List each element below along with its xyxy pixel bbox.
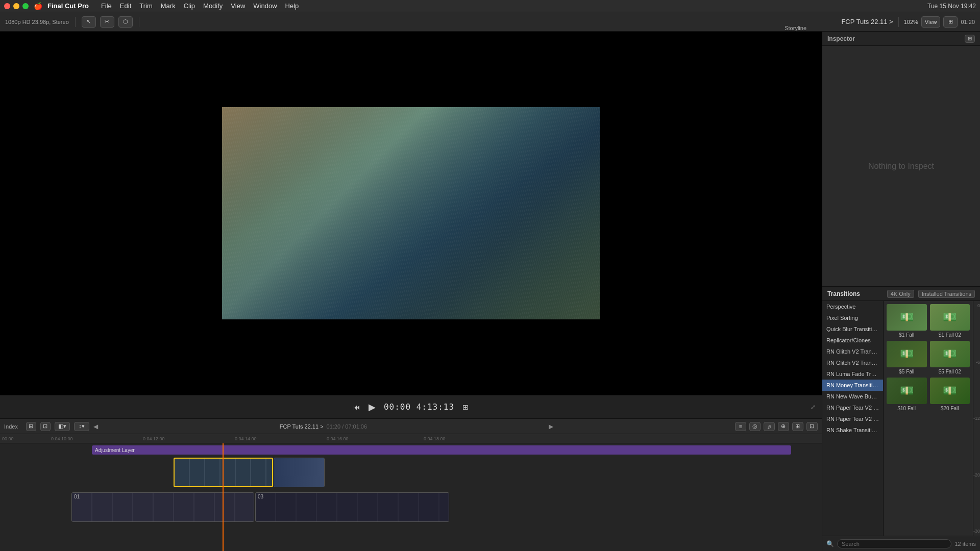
playhead[interactable] <box>223 443 224 551</box>
filter-4k-button[interactable]: 4K Only <box>887 290 914 298</box>
scale-neg6: -6 <box>973 360 980 365</box>
close-button[interactable] <box>4 3 10 9</box>
loop-button[interactable]: ⊞ <box>462 403 469 411</box>
menu-edit[interactable]: Edit <box>120 2 131 10</box>
trans-item-rn-new-wave[interactable]: RN New Wave Bundle <box>822 391 883 402</box>
timeline-appearance[interactable]: ◧▾ <box>55 422 70 431</box>
trans-item-rn-luma[interactable]: RN Luma Fade Transitions <box>822 368 883 380</box>
transitions-footer: 🔍 12 items <box>822 536 980 551</box>
search-input[interactable] <box>837 539 951 548</box>
menu-mark[interactable]: Mark <box>161 2 176 10</box>
main-layout: ⏮ ▶ 00:00 4:13:13 ⊞ ⤢ Index ⊞ ⊡ ◧▾ ↕▾ ◀ … <box>0 32 980 551</box>
menu-help[interactable]: Help <box>285 2 299 10</box>
menu-modify[interactable]: Modify <box>203 2 223 10</box>
tool-select[interactable]: ↖ <box>82 16 96 28</box>
timeline-next-marker[interactable]: ▶ <box>549 423 553 430</box>
adjustment-layer-clip[interactable]: Adjustment Layer <box>92 445 791 455</box>
adjustment-layer-label: Adjustment Layer <box>95 447 135 453</box>
toolbar: 1080p HD 23.98p, Stereo ↖ ✂ ⬡ FCP Tuts 2… <box>0 12 980 32</box>
dollar-icon-2: 💵 <box>943 311 957 324</box>
minimize-button[interactable] <box>13 3 19 9</box>
timeline-ruler: 00:00 0:04:10:00 0:04:12:00 0:04:14:00 0… <box>0 434 822 443</box>
video-rain-effect <box>222 107 600 319</box>
search-icon: 🔍 <box>826 540 834 547</box>
items-count: 12 items <box>954 541 976 547</box>
trans-item-rn-glitch[interactable]: RN Glitch V2 Transitions <box>822 357 883 368</box>
menu-file[interactable]: File <box>101 2 112 10</box>
timecode-prefix: 00:00 <box>384 402 411 412</box>
app-name[interactable]: Final Cut Pro <box>47 2 89 10</box>
inspector-title-bar: Inspector ⊞ <box>822 32 980 46</box>
transitions-list: Perspective Pixel Sorting Quick Blur Tra… <box>822 301 884 536</box>
ruler-mark-5: 0:04:18:00 <box>424 436 446 441</box>
trans-thumb-20-fall[interactable]: 💵 $20 Fall <box>930 378 970 411</box>
timeline-zoom-fit[interactable]: ⊡ <box>40 422 51 431</box>
track-row-2: 01 03 <box>0 492 822 523</box>
menu-view[interactable]: View <box>231 2 245 10</box>
clip-03-main[interactable]: 01 <box>71 492 254 522</box>
timeline-audio-lanes[interactable]: ≡ <box>735 422 746 431</box>
fullscreen-toggle[interactable]: ⤢ <box>811 404 816 411</box>
ruler-mark-0: 00:00 <box>2 436 14 441</box>
timeline-role-btn[interactable]: ↕▾ <box>74 422 89 431</box>
play-button[interactable]: ▶ <box>369 402 376 413</box>
toolbar-sep-2 <box>139 17 139 27</box>
scale-neg30: -30 <box>973 529 980 534</box>
clip-04-label: 03 <box>258 494 263 499</box>
project-name[interactable]: FCP Tuts 22.11 > <box>841 18 893 26</box>
trans-item-rn-paper-1[interactable]: RN Paper Tear V2 Transiti... <box>822 402 883 413</box>
inspector-toggle[interactable]: ⊞ <box>965 35 975 43</box>
trans-item-quick-blur[interactable]: Quick Blur Transitions <box>822 323 883 335</box>
timeline-project-name[interactable]: FCP Tuts 22.11 > <box>280 423 324 430</box>
apple-menu[interactable]: 🍎 <box>34 2 42 10</box>
timeline-solo[interactable]: ⊕ <box>778 422 789 431</box>
clip-02-filmstrip <box>274 458 324 487</box>
trans-thumb-5-fall-img: 💵 <box>887 341 927 367</box>
trans-item-replicator[interactable]: Replicator/Clones <box>822 335 883 346</box>
installed-transitions-button[interactable]: Installed Transitions <box>918 290 975 298</box>
zoom-level[interactable]: 102% <box>904 19 918 25</box>
fullscreen-button[interactable] <box>22 3 29 9</box>
trans-thumb-1-fall-02-img: 💵 <box>930 304 970 331</box>
go-to-start-button[interactable]: ⏮ <box>353 403 360 411</box>
layout-grid[interactable]: ⊞ <box>943 16 958 28</box>
tool-position[interactable]: ⬡ <box>118 16 133 28</box>
timeline-retime[interactable]: ⊞ <box>792 422 803 431</box>
scale-numbers: 0 -6 -12 -20 -30 <box>973 301 980 536</box>
trans-label-5-fall: $5 Fall <box>887 369 927 374</box>
menu-clip[interactable]: Clip <box>184 2 195 10</box>
timeline-tools-right: ≡ ◎ ♬ ⊕ ⊞ ⊡ <box>735 422 818 431</box>
viewer-panel: ⏮ ▶ 00:00 4:13:13 ⊞ ⤢ Index ⊞ ⊡ ◧▾ ↕▾ ◀ … <box>0 32 822 551</box>
timeline-audio[interactable]: ♬ <box>764 422 775 431</box>
view-button[interactable]: View <box>921 16 941 28</box>
trans-thumb-1-fall-02[interactable]: 💵 $1 Fall 02 <box>930 304 970 338</box>
clip-04-main[interactable]: 03 <box>255 492 449 522</box>
clip-02[interactable]: 02 <box>274 458 325 487</box>
trans-item-rn-money[interactable]: RN Money Transitions <box>822 380 883 391</box>
timeline-skimmer[interactable]: ◎ <box>749 422 761 431</box>
trans-item-rn-shake[interactable]: RN Shake Transitions <box>822 424 883 436</box>
trans-item-pixel-sorting[interactable]: Pixel Sorting <box>822 312 883 323</box>
inspector-title: Inspector <box>827 35 855 42</box>
timeline-section: Index ⊞ ⊡ ◧▾ ↕▾ ◀ FCP Tuts 22.11 > 01:20… <box>0 418 822 551</box>
timeline-clip-snap[interactable]: ⊞ <box>26 422 36 431</box>
trans-item-rn-glitch-fr[interactable]: RN Glitch V2 Transition Fr... <box>822 346 883 357</box>
menu-trim[interactable]: Trim <box>139 2 153 10</box>
inspector-area: Inspector ⊞ Nothing to Inspect <box>822 32 980 287</box>
transitions-browser: Transitions 4K Only Installed Transition… <box>822 287 980 551</box>
tool-trim[interactable]: ✂ <box>100 16 114 28</box>
menu-window[interactable]: Window <box>253 2 277 10</box>
timeline-prev-marker[interactable]: ◀ <box>93 423 98 430</box>
timeline-index-btn[interactable]: Index <box>4 423 18 430</box>
trans-thumb-1-fall[interactable]: 💵 $1 Fall <box>887 304 927 338</box>
trans-thumb-5-fall-02[interactable]: 💵 $5 Fall 02 <box>930 341 970 374</box>
trans-item-rn-paper-2[interactable]: RN Paper Tear V2 Transiti... <box>822 413 883 424</box>
video-preview <box>0 32 822 395</box>
trans-item-perspective[interactable]: Perspective <box>822 301 883 312</box>
timeline-clip-appearance[interactable]: ⊡ <box>806 422 818 431</box>
transitions-grid: 💵 $1 Fall 💵 $1 Fall 02 <box>884 301 973 536</box>
nothing-to-inspect: Nothing to Inspect <box>822 46 980 286</box>
storyline-label-toolbar: Storyline <box>785 25 806 31</box>
trans-thumb-5-fall[interactable]: 💵 $5 Fall <box>887 341 927 374</box>
trans-thumb-10-fall[interactable]: 💵 $10 Fall <box>887 378 927 411</box>
